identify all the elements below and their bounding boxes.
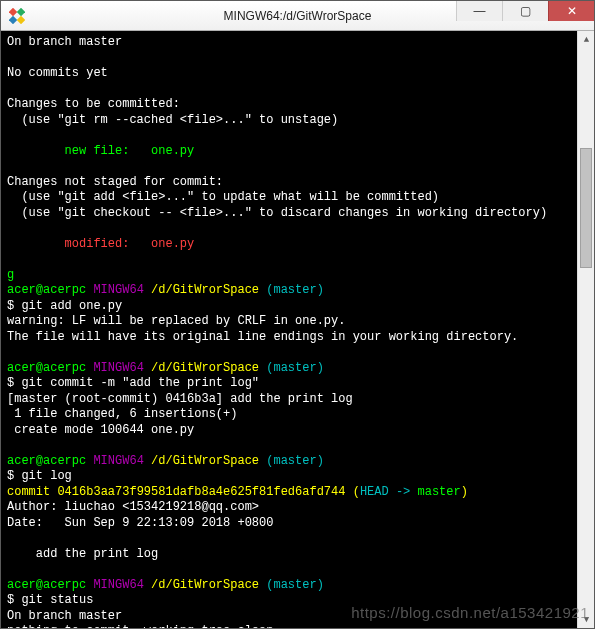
prompt-branch: (master) bbox=[259, 454, 324, 468]
output-line: [master (root-commit) 0416b3a] add the p… bbox=[7, 392, 353, 406]
output-line: On branch master bbox=[7, 609, 122, 623]
branch-name: master bbox=[417, 485, 460, 499]
minimize-button[interactable]: — bbox=[456, 1, 502, 21]
warning-line: The file will have its original line end… bbox=[7, 330, 518, 344]
status-line: No commits yet bbox=[7, 66, 108, 80]
paren: ) bbox=[461, 485, 468, 499]
scroll-down-icon[interactable]: ▼ bbox=[578, 611, 594, 628]
svg-rect-0 bbox=[9, 8, 17, 16]
app-icon bbox=[9, 8, 25, 24]
command: $ git log bbox=[7, 469, 72, 483]
titlebar[interactable]: MINGW64:/d/GitWrorSpace — ▢ ✕ bbox=[1, 1, 594, 31]
scroll-up-icon[interactable]: ▲ bbox=[578, 31, 594, 48]
hint-line: (use "git rm --cached <file>..." to unst… bbox=[7, 113, 338, 127]
stray-char: g bbox=[7, 268, 14, 282]
status-line: Changes to be committed: bbox=[7, 97, 180, 111]
close-button[interactable]: ✕ bbox=[548, 1, 594, 21]
commit-hash: 0416b3aa73f99581dafb8a4e625f81fed6afd744 bbox=[57, 485, 345, 499]
prompt-sys: MINGW64 bbox=[86, 578, 144, 592]
prompt-user: acer@acerpc bbox=[7, 283, 86, 297]
svg-rect-1 bbox=[17, 8, 25, 16]
command: $ git status bbox=[7, 593, 93, 607]
scroll-track[interactable] bbox=[578, 48, 594, 611]
prompt-path: /d/GitWrorSpace bbox=[144, 283, 259, 297]
prompt-branch: (master) bbox=[259, 361, 324, 375]
prompt-sys: MINGW64 bbox=[86, 454, 144, 468]
prompt-path: /d/GitWrorSpace bbox=[144, 454, 259, 468]
prompt-path: /d/GitWrorSpace bbox=[144, 578, 259, 592]
output-line: 1 file changed, 6 insertions(+) bbox=[7, 407, 237, 421]
svg-rect-2 bbox=[9, 15, 17, 23]
status-line: On branch master bbox=[7, 35, 122, 49]
terminal-body: On branch master No commits yet Changes … bbox=[1, 31, 594, 628]
scroll-thumb[interactable] bbox=[580, 148, 592, 268]
paren: ( bbox=[345, 485, 359, 499]
hint-line: (use "git add <file>..." to update what … bbox=[7, 190, 439, 204]
svg-rect-3 bbox=[17, 15, 25, 23]
author-line: Author: liuchao <1534219218@qq.com> bbox=[7, 500, 259, 514]
prompt-user: acer@acerpc bbox=[7, 454, 86, 468]
staged-file: new file: one.py bbox=[7, 144, 194, 158]
prompt-branch: (master) bbox=[259, 283, 324, 297]
window-controls: — ▢ ✕ bbox=[456, 1, 594, 30]
status-line: Changes not staged for commit: bbox=[7, 175, 223, 189]
head-label: HEAD -> bbox=[360, 485, 418, 499]
scrollbar[interactable]: ▲ ▼ bbox=[577, 31, 594, 628]
output-line: nothing to commit, working tree clean bbox=[7, 624, 273, 628]
prompt-user: acer@acerpc bbox=[7, 361, 86, 375]
commit-message: add the print log bbox=[7, 547, 158, 561]
prompt-sys: MINGW64 bbox=[86, 361, 144, 375]
modified-file: modified: one.py bbox=[7, 237, 194, 251]
prompt-path: /d/GitWrorSpace bbox=[144, 361, 259, 375]
command: $ git commit -m "add the print log" bbox=[7, 376, 259, 390]
terminal-window: MINGW64:/d/GitWrorSpace — ▢ ✕ On branch … bbox=[0, 0, 595, 629]
date-line: Date: Sun Sep 9 22:13:09 2018 +0800 bbox=[7, 516, 273, 530]
commit-prefix: commit bbox=[7, 485, 57, 499]
prompt-branch: (master) bbox=[259, 578, 324, 592]
prompt-sys: MINGW64 bbox=[86, 283, 144, 297]
maximize-button[interactable]: ▢ bbox=[502, 1, 548, 21]
terminal-output[interactable]: On branch master No commits yet Changes … bbox=[1, 31, 577, 628]
command: $ git add one.py bbox=[7, 299, 122, 313]
prompt-user: acer@acerpc bbox=[7, 578, 86, 592]
hint-line: (use "git checkout -- <file>..." to disc… bbox=[7, 206, 547, 220]
warning-line: warning: LF will be replaced by CRLF in … bbox=[7, 314, 345, 328]
output-line: create mode 100644 one.py bbox=[7, 423, 194, 437]
